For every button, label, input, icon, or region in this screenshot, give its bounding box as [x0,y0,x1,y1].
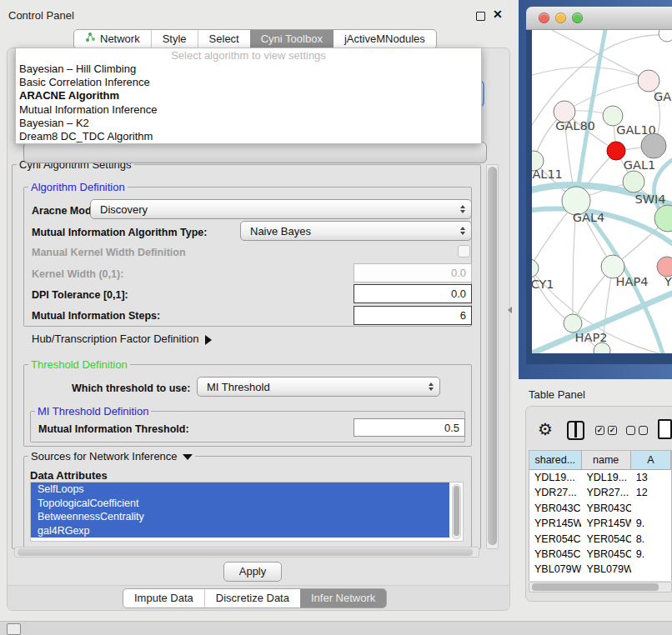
hub-definition-toggle[interactable]: Hub/Transcription Factor Definition [32,332,212,345]
scrollbar-thumb[interactable] [18,548,473,556]
tab-network[interactable]: Network [74,30,151,48]
mi-steps-input[interactable]: 6 [354,306,472,325]
float-window-icon[interactable] [476,12,485,21]
select-all-checkbox-icon[interactable]: ✓ [608,426,617,435]
table-column-header[interactable]: A [631,451,671,469]
network-node[interactable] [638,70,659,92]
attribute-list-item[interactable]: TopologicalCoefficient [31,497,449,511]
tab-jactivemnodules[interactable]: jActiveMNodules [333,30,436,48]
table-cell[interactable]: YBR045C [529,547,581,562]
network-node[interactable] [532,259,539,278]
algorithm-option[interactable]: Basic Correlation Inference [16,76,481,89]
network-node[interactable] [623,171,644,192]
table-cell[interactable]: YER054C [529,532,581,547]
settings-vertical-scrollbar[interactable] [486,164,499,549]
table-cell[interactable]: YPR145W [581,516,630,531]
network-node[interactable] [657,257,672,277]
scrollbar-thumb[interactable] [532,583,659,591]
export-table-icon[interactable] [658,419,672,439]
which-threshold-select[interactable]: MI Threshold [197,377,440,397]
tab-discretize-data[interactable]: Discretize Data [204,589,300,608]
table-cell[interactable]: YDR27... [581,485,630,500]
expand-right-icon[interactable] [205,335,212,345]
table-cell[interactable]: YER054C [581,532,630,547]
list-vertical-scrollbar[interactable] [452,484,461,539]
tab-impute-data[interactable]: Impute Data [123,589,204,608]
table-cell[interactable]: YBR043C [529,501,581,516]
panel-collapse-icon[interactable] [7,623,21,635]
deselect-all-checkbox-icon[interactable] [639,426,648,435]
dpi-tolerance-input[interactable]: 0.0 [354,284,472,303]
kernel-width-input[interactable]: 0.0 [354,263,472,282]
tab-infer-network[interactable]: Infer Network [300,589,386,608]
table-cell[interactable]: YLR345W [581,578,630,581]
table-row[interactable]: YBR045CYBR045C9. [529,547,671,562]
table-row[interactable]: YBL079WYBL079W [529,562,671,577]
table-row[interactable]: YDR27...YDR27...12 [529,485,671,500]
window-minimize-icon[interactable] [555,12,566,23]
attribute-list-item[interactable]: SelfLoops [31,482,449,497]
tab-cyni-toolbox[interactable]: Cyni Toolbox [250,30,333,48]
attribute-list-item[interactable]: gal4RGexp [31,524,449,538]
deselect-all-checkbox-icon[interactable] [626,426,635,435]
network-node[interactable] [607,142,625,160]
network-canvas[interactable]: GALGAL80GAL10GAL11GAL1GAL4SWI4GCY1HAP4YH… [532,30,672,353]
gear-icon[interactable]: ⚙ [538,419,553,439]
window-zoom-icon[interactable] [572,12,583,23]
tab-style[interactable]: Style [151,30,198,48]
table-cell[interactable]: 12 [631,485,671,500]
table-cell[interactable]: YBR045C [581,547,630,562]
table-cell[interactable]: 9. [631,547,671,562]
algorithm-option[interactable]: Bayesian – K2 [16,117,481,130]
table-cell[interactable]: YBL079W [581,562,630,577]
table-horizontal-scrollbar[interactable] [529,582,672,592]
table-row[interactable]: YPR145WYPR145W9. [529,516,671,531]
apply-button[interactable]: Apply [223,562,282,582]
table-cell[interactable]: YPR145W [529,516,581,531]
table-cell[interactable]: 13 [631,470,671,485]
table-row[interactable]: YBR043CYBR043C [529,501,671,516]
network-window-titlebar[interactable] [526,7,672,30]
algorithm-option[interactable]: Mutual Information Inference [16,103,481,117]
window-close-icon[interactable] [539,12,549,23]
sources-toggle[interactable]: Sources for Network Inference [28,450,195,462]
node-table[interactable]: shared...nameA YDL19...YDL19...13YDR27..… [529,450,672,581]
scrollbar-thumb[interactable] [488,167,497,545]
table-row[interactable]: YLR345WYLR345W9. [529,578,671,581]
table-cell[interactable]: YLR345W [529,578,581,581]
mi-threshold-input[interactable]: 0.5 [354,418,465,437]
table-cell[interactable]: YDL19... [581,470,630,485]
network-node[interactable] [659,30,672,42]
table-column-header[interactable]: shared... [529,451,582,469]
close-icon[interactable]: ✕ [493,8,503,21]
table-cell[interactable]: YDL19... [529,470,581,485]
algorithm-option[interactable]: Bayesian – Hill Climbing [16,62,481,76]
table-column-header[interactable]: name [582,451,631,469]
table-row[interactable]: YDL19...YDL19...13 [529,470,671,485]
table-cell[interactable]: 9. [631,516,671,531]
table-row[interactable]: YER054CYER054C8. [529,532,671,547]
select-all-checkbox-icon[interactable]: ✓ [595,426,604,435]
network-node[interactable] [641,133,666,158]
attribute-list-item[interactable]: BetweennessCentrality [31,510,449,524]
aracne-mode-select[interactable]: Discovery [90,199,472,219]
data-attributes-list[interactable]: SelfLoopsTopologicalCoefficientBetweenne… [30,482,464,542]
table-cell[interactable]: YBL079W [529,562,581,577]
algorithm-option[interactable]: ARACNE Algorithm [16,89,481,102]
settings-horizontal-scrollbar[interactable] [14,547,479,558]
table-cell[interactable]: 8. [631,532,671,547]
table-cell[interactable] [631,562,671,577]
table-cell[interactable]: YDR27... [529,485,581,500]
panel-divider-handle[interactable] [508,307,512,313]
algorithm-combobox[interactable] [23,142,487,163]
table-cell[interactable]: YBR043C [581,501,630,516]
collapse-down-icon[interactable] [183,454,193,460]
algorithm-option[interactable]: Dream8 DC_TDC Algorithm [16,130,481,143]
split-columns-icon[interactable] [567,421,584,440]
tab-select[interactable]: Select [198,30,250,48]
table-cell[interactable]: 9. [631,578,671,581]
mi-algorithm-type-select[interactable]: Naive Bayes [240,221,472,241]
table-cell[interactable] [631,501,671,516]
scrollbar-thumb[interactable] [454,486,459,536]
network-node[interactable] [564,314,582,332]
